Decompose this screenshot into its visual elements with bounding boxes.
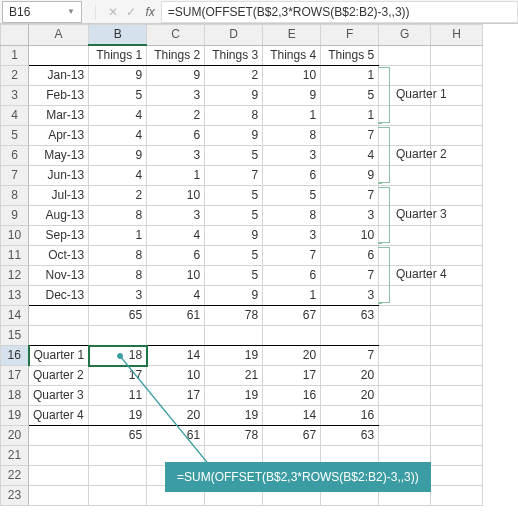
cell[interactable]: 5 [205, 206, 263, 226]
cell[interactable] [431, 386, 483, 406]
cell[interactable] [379, 426, 431, 446]
row-10[interactable]: 10 [1, 226, 29, 246]
cell[interactable]: Things 1 [89, 45, 147, 66]
col-A[interactable]: A [29, 25, 89, 46]
cell[interactable]: 17 [147, 386, 205, 406]
cell[interactable]: 7 [321, 266, 379, 286]
cell[interactable] [205, 326, 263, 346]
select-all-corner[interactable] [1, 25, 29, 46]
row-2[interactable]: 2 [1, 66, 29, 86]
cell[interactable]: 9 [89, 146, 147, 166]
cell[interactable] [29, 426, 89, 446]
row-12[interactable]: 12 [1, 266, 29, 286]
cell[interactable]: Things 3 [205, 45, 263, 66]
cell[interactable]: 7 [321, 186, 379, 206]
cell[interactable]: Quarter 2 [29, 366, 89, 386]
cell[interactable] [379, 306, 431, 326]
cell[interactable] [29, 486, 89, 506]
cell[interactable]: 63 [321, 426, 379, 446]
cell[interactable]: 7 [321, 126, 379, 146]
cell[interactable]: 5 [321, 86, 379, 106]
cell[interactable]: May-13 [29, 146, 89, 166]
col-D[interactable]: D [205, 25, 263, 46]
cell[interactable]: Nov-13 [29, 266, 89, 286]
cell[interactable]: 8 [263, 206, 321, 226]
cell[interactable]: 17 [263, 366, 321, 386]
cell[interactable] [431, 246, 483, 266]
cell[interactable]: 21 [205, 366, 263, 386]
cell[interactable]: 2 [205, 66, 263, 86]
cell[interactable]: 10 [321, 226, 379, 246]
cell[interactable]: 5 [89, 86, 147, 106]
cell[interactable]: Aug-13 [29, 206, 89, 226]
cell[interactable]: 78 [205, 306, 263, 326]
cell[interactable]: 5 [205, 246, 263, 266]
cell[interactable]: 5 [205, 146, 263, 166]
cell[interactable] [379, 326, 431, 346]
row-15[interactable]: 15 [1, 326, 29, 346]
cell[interactable] [431, 366, 483, 386]
cell[interactable] [431, 466, 483, 486]
cell[interactable]: 16 [263, 386, 321, 406]
col-C[interactable]: C [147, 25, 205, 46]
row-14[interactable]: 14 [1, 306, 29, 326]
cell[interactable]: Quarter 3 [29, 386, 89, 406]
row-20[interactable]: 20 [1, 426, 29, 446]
cell[interactable]: 2 [89, 186, 147, 206]
cell[interactable]: 7 [205, 166, 263, 186]
cell[interactable] [379, 45, 431, 66]
cell[interactable] [431, 346, 483, 366]
cell[interactable]: 6 [147, 246, 205, 266]
cell[interactable]: 2 [147, 106, 205, 126]
cell[interactable] [431, 286, 483, 306]
cell[interactable]: 3 [263, 226, 321, 246]
cell[interactable]: 61 [147, 306, 205, 326]
cell[interactable]: 67 [263, 306, 321, 326]
cell[interactable]: 63 [321, 306, 379, 326]
cell[interactable]: 3 [321, 206, 379, 226]
cell[interactable]: 10 [147, 266, 205, 286]
cell[interactable] [379, 366, 431, 386]
selected-cell-B16[interactable]: 18 [89, 346, 147, 366]
cell[interactable]: 9 [205, 86, 263, 106]
cell[interactable]: 17 [89, 366, 147, 386]
cell[interactable]: 14 [263, 406, 321, 426]
cell[interactable]: Things 4 [263, 45, 321, 66]
row-19[interactable]: 19 [1, 406, 29, 426]
cell[interactable] [431, 166, 483, 186]
cell[interactable]: Dec-13 [29, 286, 89, 306]
cell[interactable]: 20 [147, 406, 205, 426]
cell[interactable]: 9 [147, 66, 205, 86]
name-box[interactable]: B16 ▼ [2, 1, 82, 23]
cell[interactable]: 6 [147, 126, 205, 146]
cell[interactable] [431, 406, 483, 426]
cell[interactable] [89, 446, 147, 466]
row-6[interactable]: 6 [1, 146, 29, 166]
cell[interactable]: 19 [205, 406, 263, 426]
cell[interactable]: 4 [147, 226, 205, 246]
cell[interactable]: Quarter 4 [29, 406, 89, 426]
cell[interactable]: 3 [321, 286, 379, 306]
cell[interactable]: 65 [89, 306, 147, 326]
cell[interactable] [321, 326, 379, 346]
cell[interactable]: 14 [147, 346, 205, 366]
cell[interactable]: 9 [205, 286, 263, 306]
cell[interactable]: 8 [263, 126, 321, 146]
cell[interactable] [431, 426, 483, 446]
row-11[interactable]: 11 [1, 246, 29, 266]
cell[interactable]: 3 [147, 206, 205, 226]
cell[interactable] [147, 326, 205, 346]
cell[interactable]: 10 [263, 66, 321, 86]
cell[interactable] [431, 66, 483, 86]
cell[interactable]: 7 [321, 346, 379, 366]
cell[interactable]: Jun-13 [29, 166, 89, 186]
col-F[interactable]: F [321, 25, 379, 46]
cell[interactable]: 6 [263, 266, 321, 286]
cell[interactable]: 65 [89, 426, 147, 446]
cell[interactable] [263, 326, 321, 346]
cell[interactable]: 4 [89, 106, 147, 126]
row-23[interactable]: 23 [1, 486, 29, 506]
cell[interactable]: 9 [205, 126, 263, 146]
cell[interactable] [431, 486, 483, 506]
col-G[interactable]: G [379, 25, 431, 46]
